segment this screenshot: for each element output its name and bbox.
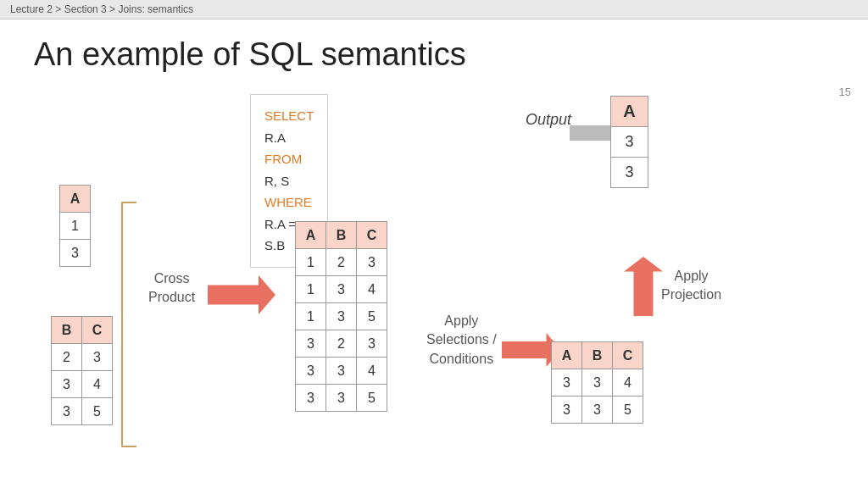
sql-where-keyword: WHERE bbox=[264, 195, 312, 209]
s-row-2-c: 4 bbox=[82, 371, 113, 398]
bracket bbox=[121, 202, 136, 447]
sql-from-keyword: FROM bbox=[264, 152, 302, 166]
sql-from-rest: R, S bbox=[264, 174, 289, 188]
output-row-1: 3 bbox=[611, 127, 648, 158]
s-row-3-c: 5 bbox=[82, 398, 113, 425]
cross-product-label: CrossProduct bbox=[148, 269, 195, 308]
sql-select-keyword: SELECT bbox=[264, 108, 314, 123]
apply-selections-label: ApplySelections /Conditions bbox=[426, 312, 497, 369]
s-row-1-c: 3 bbox=[82, 344, 113, 371]
cross-product-table: A B C 123 134 135 323 334 335 bbox=[295, 221, 387, 412]
s-col-c: C bbox=[82, 317, 113, 344]
ft-col-c: C bbox=[613, 342, 643, 369]
output-row-2: 3 bbox=[611, 158, 648, 188]
table-s: B C 23 34 35 bbox=[51, 316, 113, 425]
output-col-a: A bbox=[611, 97, 648, 127]
slide: Lecture 2 > Section 3 > Joins: semantics… bbox=[0, 0, 868, 488]
sql-where-rest: R.A = S.B bbox=[264, 217, 296, 253]
cp-col-a: A bbox=[296, 222, 326, 249]
breadcrumb: Lecture 2 > Section 3 > Joins: semantics bbox=[0, 0, 868, 19]
output-label: Output bbox=[526, 111, 571, 129]
filtered-table: A B C 334 335 bbox=[551, 341, 643, 424]
ft-col-b: B bbox=[582, 342, 613, 369]
r-col-a: A bbox=[60, 186, 91, 213]
r-row-1: 1 bbox=[60, 213, 91, 240]
projection-arrow bbox=[624, 257, 663, 316]
r-row-2: 3 bbox=[60, 240, 91, 267]
ft-col-a: A bbox=[552, 342, 582, 369]
cp-col-c: C bbox=[357, 222, 387, 249]
page-number: 15 bbox=[839, 86, 851, 98]
output-table: A 3 3 bbox=[610, 96, 648, 188]
s-row-1-b: 2 bbox=[52, 344, 82, 371]
s-row-3-b: 3 bbox=[52, 398, 82, 425]
table-r: A 1 3 bbox=[59, 185, 91, 267]
cross-product-arrow bbox=[208, 275, 275, 314]
s-row-2-b: 3 bbox=[52, 371, 82, 398]
slide-title: An example of SQL semantics bbox=[34, 36, 834, 73]
sql-select-rest: R.A bbox=[264, 130, 286, 145]
apply-projection-label: ApplyProjection bbox=[661, 267, 721, 305]
cp-col-b: B bbox=[326, 222, 357, 249]
s-col-b: B bbox=[52, 317, 82, 344]
